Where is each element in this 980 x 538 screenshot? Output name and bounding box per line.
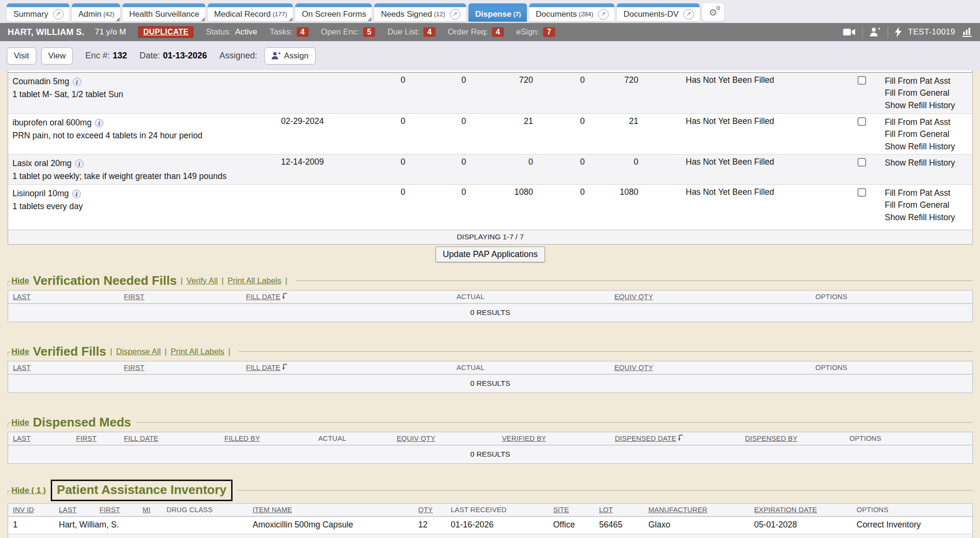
fill-checkbox[interactable] <box>858 117 866 126</box>
info-icon[interactable]: i <box>72 190 81 198</box>
med-row-lasix: Lasix oral 20mgi 1 tablet po weekly; tak… <box>8 155 972 185</box>
fill-checkbox[interactable] <box>858 76 866 85</box>
print-all-labels-link[interactable]: Print All Labels <box>227 276 281 286</box>
col-actual: ACTUAL <box>457 293 614 301</box>
drug-name: Lisinopril 10mgi <box>12 187 81 200</box>
settings-button[interactable]: ⚙ ⚙ <box>702 3 724 22</box>
tab-on-screen-forms[interactable]: On Screen Forms <box>295 3 372 22</box>
col-mi[interactable]: MI <box>143 506 167 514</box>
col-last[interactable]: LAST <box>13 293 124 301</box>
fill-from-pat-asst-link[interactable]: Fill From Pat Asst <box>885 187 972 199</box>
section-rule <box>136 422 973 423</box>
fill-from-general-link[interactable]: Fill From General <box>885 128 972 140</box>
show-refill-history-link[interactable]: Show Refill History <box>885 212 972 224</box>
tab-medical-record[interactable]: Medical Record (177) <box>208 3 293 22</box>
video-camera-icon[interactable] <box>843 28 856 36</box>
verified-table-header: LAST FIRST FILL DATE ACTUAL EQUIV QTY OP… <box>8 361 972 375</box>
col-first[interactable]: FIRST <box>76 435 124 442</box>
external-link-icon[interactable]: ↗ <box>683 9 694 20</box>
inv-qty: 12 <box>418 520 451 530</box>
col-dispensed-date[interactable]: DISPENSED DATE <box>615 435 745 442</box>
col-last[interactable]: LAST <box>13 435 76 442</box>
hide-dispensed-link[interactable]: Hide <box>11 418 29 427</box>
lightning-icon[interactable] <box>895 27 902 37</box>
show-refill-history-link[interactable]: Show Refill History <box>885 141 972 153</box>
inv-last-received: 01-16-2026 <box>451 520 553 530</box>
col-fill-date[interactable]: FILL DATE <box>246 364 457 371</box>
visit-button[interactable]: Visit <box>7 47 36 65</box>
col-first[interactable]: FIRST <box>124 293 246 301</box>
col-dispensed-by[interactable]: DISPENSED BY <box>745 435 849 442</box>
fill-status: Has Not Yet Been Filled <box>638 116 847 154</box>
status-label: Status: <box>206 27 231 37</box>
fill-checkbox[interactable] <box>858 188 866 197</box>
tab-needs-signed[interactable]: Needs Signed (12) ↗ <box>374 3 466 22</box>
tab-dispense[interactable]: Dispense (7) <box>468 3 526 22</box>
verify-all-link[interactable]: Verify All <box>187 276 218 286</box>
col-verified-by[interactable]: VERIFIED BY <box>502 435 615 442</box>
col-inv-id[interactable]: INV ID <box>13 506 59 514</box>
bar-chart-icon[interactable] <box>962 27 972 37</box>
view-button[interactable]: View <box>41 47 73 65</box>
add-person-icon[interactable] <box>869 27 881 37</box>
tab-documents[interactable]: Documents (284) ↗ <box>529 3 614 22</box>
enc-date-value: 01-13-2026 <box>163 51 207 61</box>
col-first[interactable]: FIRST <box>100 506 143 514</box>
col-actual: ACTUAL <box>318 435 397 442</box>
pipe: | <box>222 276 223 286</box>
hide-verified-link[interactable]: Hide <box>11 347 29 357</box>
med-row-coumadin: Coumadin 5mgi 1 tablet M- Sat, 1/2 table… <box>8 73 972 114</box>
tab-documents-dv[interactable]: Documents-DV ↗ <box>617 3 700 22</box>
col-equiv-qty[interactable]: EQUIV QTY <box>397 435 502 442</box>
fill-from-general-link[interactable]: Fill From General <box>885 199 972 211</box>
col-equiv-qty[interactable]: EQUIV QTY <box>614 293 815 301</box>
col-manufacturer[interactable]: MANUFACTURER <box>648 506 754 514</box>
assign-button[interactable]: Assign <box>264 47 316 65</box>
fill-from-pat-asst-link[interactable]: Fill From Pat Asst <box>885 116 972 128</box>
duplicate-badge[interactable]: DUPLICATE <box>138 26 193 38</box>
order-req-count-badge[interactable]: 4 <box>492 27 504 37</box>
section-rule <box>237 490 973 491</box>
col-qty[interactable]: QTY <box>418 506 451 514</box>
fill-from-pat-asst-link[interactable]: Fill From Pat Asst <box>885 75 972 87</box>
col-fill-date[interactable]: FILL DATE <box>246 293 457 301</box>
info-icon[interactable]: i <box>73 78 81 86</box>
fill-checkbox[interactable] <box>858 158 866 167</box>
col-lot[interactable]: LOT <box>599 506 648 514</box>
col-actual: ACTUAL <box>457 364 614 371</box>
due-list-count-badge[interactable]: 4 <box>423 27 435 37</box>
info-icon[interactable]: i <box>95 119 103 127</box>
tab-health-surveillance[interactable]: Health Surveillance <box>122 3 205 22</box>
tab-admin[interactable]: Admin (42) <box>72 3 120 22</box>
update-pap-applications-button[interactable]: Update PAP Applications <box>435 247 545 262</box>
col-fill-date[interactable]: FILL DATE <box>124 435 224 442</box>
dispense-all-link[interactable]: Dispense All <box>116 347 161 357</box>
col-last[interactable]: LAST <box>13 364 124 371</box>
info-icon[interactable]: i <box>75 159 84 168</box>
col-item-name[interactable]: ITEM NAME <box>253 506 418 514</box>
external-link-icon[interactable]: ↗ <box>598 9 609 20</box>
correct-inventory-link[interactable]: Correct Inventory <box>857 520 968 530</box>
status-value: Active <box>235 27 257 37</box>
col-equiv-qty[interactable]: EQUIV QTY <box>614 364 815 371</box>
print-all-labels-link[interactable]: Print All Labels <box>170 347 224 357</box>
tasks-count-badge[interactable]: 4 <box>297 27 309 37</box>
fill-from-general-link[interactable]: Fill From General <box>885 87 972 99</box>
hide-verification-link[interactable]: Hide <box>11 276 29 286</box>
col-site[interactable]: SITE <box>553 506 599 514</box>
tab-summary[interactable]: Summary ↗ <box>7 3 69 22</box>
external-link-icon[interactable]: ↗ <box>450 9 460 20</box>
col-first[interactable]: FIRST <box>124 364 246 371</box>
col-filled-by[interactable]: FILLED BY <box>224 435 318 442</box>
open-enc-count-badge[interactable]: 5 <box>363 27 375 37</box>
drug-name: ibuprofen oral 600mgi <box>12 116 103 129</box>
fill-status: Has Not Yet Been Filled <box>638 187 847 230</box>
esign-count-badge[interactable]: 7 <box>543 27 555 37</box>
fill-date <box>267 75 338 113</box>
show-refill-history-link[interactable]: Show Refill History <box>885 157 972 169</box>
show-refill-history-link[interactable]: Show Refill History <box>885 100 972 112</box>
external-link-icon[interactable]: ↗ <box>53 9 64 20</box>
col-expiration-date[interactable]: EXPIRATION DATE <box>754 506 857 514</box>
col-last[interactable]: LAST <box>59 506 100 514</box>
hide-inventory-link[interactable]: Hide ( 1 ) <box>11 486 46 495</box>
